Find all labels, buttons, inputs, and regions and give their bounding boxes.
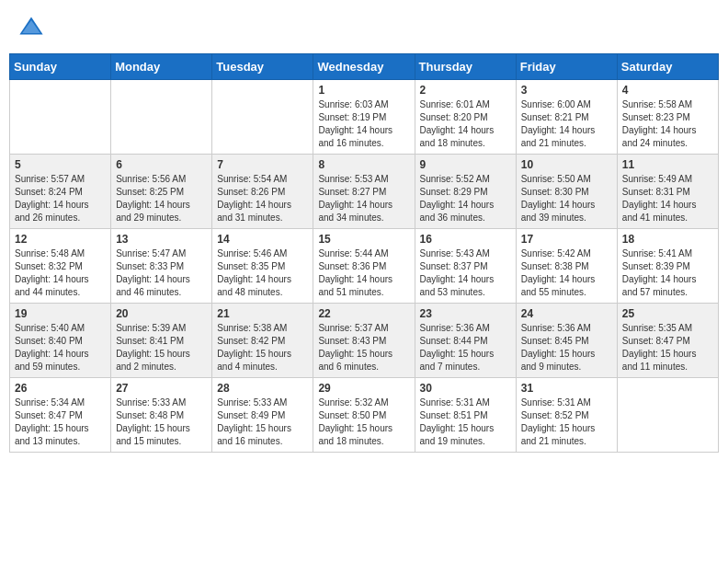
day-number: 28 [217, 382, 308, 395]
day-info: Sunrise: 6:01 AM Sunset: 8:20 PM Dayligh… [420, 98, 511, 150]
day-header-wednesday: Wednesday [313, 54, 415, 80]
calendar-cell: 5Sunrise: 5:57 AM Sunset: 8:24 PM Daylig… [10, 155, 111, 229]
logo [18, 14, 48, 40]
day-info: Sunrise: 5:58 AM Sunset: 8:23 PM Dayligh… [622, 98, 713, 150]
day-info: Sunrise: 5:54 AM Sunset: 8:26 PM Dayligh… [217, 173, 308, 224]
day-header-tuesday: Tuesday [212, 54, 313, 80]
day-number: 8 [318, 158, 409, 171]
calendar-cell: 12Sunrise: 5:48 AM Sunset: 8:32 PM Dayli… [10, 229, 111, 304]
calendar-cell: 31Sunrise: 5:31 AM Sunset: 8:52 PM Dayli… [516, 378, 617, 453]
calendar-cell: 27Sunrise: 5:33 AM Sunset: 8:48 PM Dayli… [111, 378, 212, 453]
day-info: Sunrise: 5:34 AM Sunset: 8:47 PM Dayligh… [15, 396, 106, 448]
calendar-cell: 2Sunrise: 6:01 AM Sunset: 8:20 PM Daylig… [415, 80, 516, 155]
day-header-monday: Monday [111, 54, 212, 80]
calendar-cell: 19Sunrise: 5:40 AM Sunset: 8:40 PM Dayli… [10, 304, 111, 378]
calendar-cell [212, 80, 313, 155]
calendar-table: SundayMondayTuesdayWednesdayThursdayFrid… [9, 53, 719, 453]
day-header-saturday: Saturday [617, 54, 718, 80]
day-number: 22 [318, 307, 409, 320]
calendar-cell: 10Sunrise: 5:50 AM Sunset: 8:30 PM Dayli… [516, 155, 617, 229]
day-number: 31 [521, 382, 612, 395]
day-number: 21 [217, 307, 308, 320]
calendar-week-2: 5Sunrise: 5:57 AM Sunset: 8:24 PM Daylig… [10, 155, 719, 229]
calendar-cell: 6Sunrise: 5:56 AM Sunset: 8:25 PM Daylig… [111, 155, 212, 229]
calendar-cell [111, 80, 212, 155]
page-header [9, 9, 719, 44]
day-info: Sunrise: 5:57 AM Sunset: 8:24 PM Dayligh… [15, 173, 106, 224]
calendar-cell: 8Sunrise: 5:53 AM Sunset: 8:27 PM Daylig… [313, 155, 415, 229]
logo-icon [18, 14, 44, 40]
day-number: 26 [15, 382, 106, 395]
day-number: 18 [622, 233, 713, 246]
calendar-cell: 9Sunrise: 5:52 AM Sunset: 8:29 PM Daylig… [415, 155, 516, 229]
day-info: Sunrise: 5:39 AM Sunset: 8:41 PM Dayligh… [116, 322, 207, 373]
day-number: 15 [318, 233, 409, 246]
calendar-cell: 22Sunrise: 5:37 AM Sunset: 8:43 PM Dayli… [313, 304, 415, 378]
calendar-cell: 17Sunrise: 5:42 AM Sunset: 8:38 PM Dayli… [516, 229, 617, 304]
day-info: Sunrise: 5:32 AM Sunset: 8:50 PM Dayligh… [318, 396, 409, 448]
day-info: Sunrise: 5:38 AM Sunset: 8:42 PM Dayligh… [217, 322, 308, 373]
day-info: Sunrise: 5:36 AM Sunset: 8:44 PM Dayligh… [420, 322, 511, 373]
day-info: Sunrise: 5:50 AM Sunset: 8:30 PM Dayligh… [521, 173, 612, 224]
calendar-cell: 15Sunrise: 5:44 AM Sunset: 8:36 PM Dayli… [313, 229, 415, 304]
day-number: 24 [521, 307, 612, 320]
day-info: Sunrise: 5:42 AM Sunset: 8:38 PM Dayligh… [521, 247, 612, 299]
calendar-cell: 16Sunrise: 5:43 AM Sunset: 8:37 PM Dayli… [415, 229, 516, 304]
day-info: Sunrise: 5:44 AM Sunset: 8:36 PM Dayligh… [318, 247, 409, 299]
calendar-cell: 25Sunrise: 5:35 AM Sunset: 8:47 PM Dayli… [617, 304, 718, 378]
calendar-cell: 18Sunrise: 5:41 AM Sunset: 8:39 PM Dayli… [617, 229, 718, 304]
day-info: Sunrise: 5:31 AM Sunset: 8:52 PM Dayligh… [521, 396, 612, 448]
day-info: Sunrise: 5:47 AM Sunset: 8:33 PM Dayligh… [116, 247, 207, 299]
calendar-cell: 28Sunrise: 5:33 AM Sunset: 8:49 PM Dayli… [212, 378, 313, 453]
day-number: 23 [420, 307, 511, 320]
day-number: 6 [116, 158, 207, 171]
calendar-cell: 13Sunrise: 5:47 AM Sunset: 8:33 PM Dayli… [111, 229, 212, 304]
day-number: 10 [521, 158, 612, 171]
calendar-week-3: 12Sunrise: 5:48 AM Sunset: 8:32 PM Dayli… [10, 229, 719, 304]
day-info: Sunrise: 5:46 AM Sunset: 8:35 PM Dayligh… [217, 247, 308, 299]
day-info: Sunrise: 5:53 AM Sunset: 8:27 PM Dayligh… [318, 173, 409, 224]
calendar-cell: 21Sunrise: 5:38 AM Sunset: 8:42 PM Dayli… [212, 304, 313, 378]
day-number: 16 [420, 233, 511, 246]
day-info: Sunrise: 5:52 AM Sunset: 8:29 PM Dayligh… [420, 173, 511, 224]
day-number: 25 [622, 307, 713, 320]
day-number: 9 [420, 158, 511, 171]
day-info: Sunrise: 5:49 AM Sunset: 8:31 PM Dayligh… [622, 173, 713, 224]
day-info: Sunrise: 5:35 AM Sunset: 8:47 PM Dayligh… [622, 322, 713, 373]
day-info: Sunrise: 5:41 AM Sunset: 8:39 PM Dayligh… [622, 247, 713, 299]
day-number: 7 [217, 158, 308, 171]
calendar-cell: 20Sunrise: 5:39 AM Sunset: 8:41 PM Dayli… [111, 304, 212, 378]
day-number: 12 [15, 233, 106, 246]
day-number: 27 [116, 382, 207, 395]
day-number: 3 [521, 84, 612, 97]
day-info: Sunrise: 5:40 AM Sunset: 8:40 PM Dayligh… [15, 322, 106, 373]
day-number: 20 [116, 307, 207, 320]
day-info: Sunrise: 5:31 AM Sunset: 8:51 PM Dayligh… [420, 396, 511, 448]
calendar-cell: 11Sunrise: 5:49 AM Sunset: 8:31 PM Dayli… [617, 155, 718, 229]
day-number: 14 [217, 233, 308, 246]
day-header-sunday: Sunday [10, 54, 111, 80]
day-number: 30 [420, 382, 511, 395]
day-number: 4 [622, 84, 713, 97]
day-number: 13 [116, 233, 207, 246]
day-info: Sunrise: 5:33 AM Sunset: 8:48 PM Dayligh… [116, 396, 207, 448]
day-info: Sunrise: 5:36 AM Sunset: 8:45 PM Dayligh… [521, 322, 612, 373]
day-number: 29 [318, 382, 409, 395]
calendar-cell: 1Sunrise: 6:03 AM Sunset: 8:19 PM Daylig… [313, 80, 415, 155]
calendar-cell: 24Sunrise: 5:36 AM Sunset: 8:45 PM Dayli… [516, 304, 617, 378]
day-number: 1 [318, 84, 409, 97]
calendar-cell: 30Sunrise: 5:31 AM Sunset: 8:51 PM Dayli… [415, 378, 516, 453]
day-info: Sunrise: 6:03 AM Sunset: 8:19 PM Dayligh… [318, 98, 409, 150]
day-number: 17 [521, 233, 612, 246]
calendar-cell: 26Sunrise: 5:34 AM Sunset: 8:47 PM Dayli… [10, 378, 111, 453]
calendar-header-row: SundayMondayTuesdayWednesdayThursdayFrid… [10, 54, 719, 80]
calendar-week-1: 1Sunrise: 6:03 AM Sunset: 8:19 PM Daylig… [10, 80, 719, 155]
day-header-thursday: Thursday [415, 54, 516, 80]
calendar-cell: 23Sunrise: 5:36 AM Sunset: 8:44 PM Dayli… [415, 304, 516, 378]
day-info: Sunrise: 6:00 AM Sunset: 8:21 PM Dayligh… [521, 98, 612, 150]
calendar-cell: 3Sunrise: 6:00 AM Sunset: 8:21 PM Daylig… [516, 80, 617, 155]
calendar-cell: 14Sunrise: 5:46 AM Sunset: 8:35 PM Dayli… [212, 229, 313, 304]
calendar-week-5: 26Sunrise: 5:34 AM Sunset: 8:47 PM Dayli… [10, 378, 719, 453]
day-info: Sunrise: 5:48 AM Sunset: 8:32 PM Dayligh… [15, 247, 106, 299]
day-header-friday: Friday [516, 54, 617, 80]
